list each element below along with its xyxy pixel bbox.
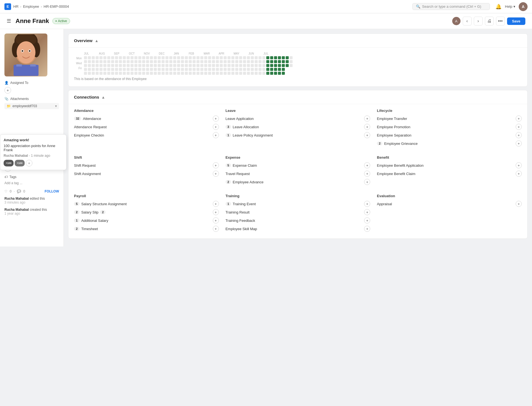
training-add-1[interactable]: + [364, 209, 370, 215]
benefit-add-1[interactable]: + [516, 171, 522, 177]
attendance-add-1[interactable]: + [213, 124, 219, 130]
training-add-2[interactable]: + [364, 217, 370, 223]
connections-header[interactable]: Connections ▲ [68, 90, 527, 104]
save-button[interactable]: Save [507, 17, 525, 25]
expense-label-0[interactable]: Expense Claim [233, 163, 257, 168]
training-item-1: Training Result + [226, 209, 370, 215]
chart-cell [173, 56, 176, 59]
breadcrumb-hr[interactable]: HR [13, 4, 19, 9]
chart-cell [247, 60, 250, 63]
tags-placeholder[interactable]: Add a tag ... [4, 181, 59, 185]
chart-cell [123, 60, 126, 63]
training-add-3[interactable]: + [364, 226, 370, 232]
lifecycle-label-0[interactable]: Employee Transfer [377, 117, 407, 121]
expense-item-0: 5 Expense Claim + [226, 162, 370, 168]
attachment-expand-icon[interactable]: ▾ [55, 104, 57, 108]
leave-add-2[interactable]: + [364, 132, 370, 138]
attendance-label-2[interactable]: Employee Checkin [74, 133, 104, 137]
attendance-label-0[interactable]: Attendance [83, 117, 101, 121]
attendance-add-0[interactable]: + [213, 115, 219, 122]
leave-label-0[interactable]: Leave Application [226, 117, 254, 121]
benefit-add-0[interactable]: + [516, 162, 522, 168]
help-label: Help [505, 4, 512, 9]
expense-add-0[interactable]: + [364, 162, 370, 168]
payroll-add-1[interactable]: + [213, 209, 219, 215]
expense-add-1[interactable]: + [364, 171, 370, 177]
payroll-add-0[interactable]: + [213, 201, 219, 207]
overview-header[interactable]: Overview ▲ [68, 34, 527, 48]
help-menu[interactable]: Help ▾ [505, 4, 515, 9]
hamburger-menu-icon[interactable]: ☰ [7, 18, 11, 24]
expense-add-2[interactable]: + [364, 179, 370, 185]
evaluation-label-0[interactable]: Appraisal [377, 202, 392, 206]
benefit-label-1[interactable]: Employee Benefit Claim [377, 172, 415, 176]
add-assigned-button[interactable]: + [4, 87, 11, 94]
leave-add-1[interactable]: + [364, 124, 370, 130]
lifecycle-add-0[interactable]: + [516, 115, 522, 122]
training-label-2[interactable]: Training Feedback [226, 219, 255, 223]
search-bar[interactable]: 🔍 Search or type a command (Ctrl + G) [412, 3, 490, 10]
leave-label-1[interactable]: Leave Allocation [233, 125, 259, 129]
more-options-button[interactable]: ••• [496, 17, 505, 25]
chart-cell [115, 64, 118, 67]
chart-cell [259, 68, 262, 71]
bell-icon[interactable]: 🔔 [495, 4, 502, 10]
chart-cell [270, 64, 273, 67]
prev-record-button[interactable]: ‹ [463, 17, 472, 25]
breadcrumb-record-id[interactable]: HR-EMP-00004 [44, 4, 69, 9]
lifecycle-label-2[interactable]: Employee Separation [377, 133, 411, 137]
expense-label-1[interactable]: Travel Request [226, 172, 250, 176]
chart-cell [162, 72, 165, 75]
evaluation-add-0[interactable]: + [516, 201, 522, 207]
leave-section: Leave Leave Application + 3 Leave Alloca… [226, 109, 370, 149]
lifecycle-count-3: 2 [377, 142, 382, 145]
print-button[interactable]: 🖨 [485, 17, 494, 25]
training-label-0[interactable]: Training Event [233, 202, 256, 206]
payroll-label-3[interactable]: Timesheet [81, 227, 98, 231]
add-reaction-button[interactable]: + [26, 160, 32, 166]
leave-add-0[interactable]: + [364, 115, 370, 122]
next-record-button[interactable]: › [474, 17, 483, 25]
activity-author-1: Rucha Mahabal [4, 208, 29, 212]
user-avatar[interactable]: A [519, 2, 528, 11]
expense-label-2[interactable]: Employee Advance [233, 180, 264, 184]
benefit-label-0[interactable]: Employee Benefit Application [377, 163, 423, 168]
leave-label-2[interactable]: Leave Policy Assignment [233, 133, 273, 137]
payroll-add-3[interactable]: + [213, 226, 219, 232]
shift-add-1[interactable]: + [213, 171, 219, 177]
payroll-add-2[interactable]: + [213, 217, 219, 223]
chart-cell [251, 56, 254, 59]
attendance-add-2[interactable]: + [213, 132, 219, 138]
attendance-count-0: 32 [74, 117, 81, 120]
chart-week-49 [274, 56, 277, 75]
svg-rect-12 [16, 64, 22, 66]
lifecycle-add-3[interactable]: + [516, 140, 522, 147]
lifecycle-label-1[interactable]: Employee Promotion [377, 125, 410, 129]
chart-cell [107, 56, 110, 59]
chart-week-23 [173, 56, 176, 75]
payroll-label-0[interactable]: Salary Structure Assignment [81, 202, 127, 206]
shift-label-0[interactable]: Shift Request [74, 163, 96, 168]
payroll-label-2[interactable]: Additional Salary [81, 219, 108, 223]
training-label-1[interactable]: Training Result [226, 210, 250, 214]
connections-title: Connections [74, 95, 99, 99]
lifecycle-label-3[interactable]: Employee Grievance [384, 142, 418, 146]
shift-add-0[interactable]: + [213, 162, 219, 168]
tags-section: Tags [4, 175, 59, 179]
training-label-3[interactable]: Employee Skill Map [226, 227, 257, 231]
follow-button[interactable]: FOLLOW [45, 189, 59, 193]
lifecycle-item-2: Employee Separation + [377, 132, 522, 138]
lifecycle-add-1[interactable]: + [516, 124, 522, 130]
chart-cell [204, 56, 207, 59]
training-add-0[interactable]: + [364, 201, 370, 207]
notification-title: Amazing work! [4, 138, 63, 142]
breadcrumb-employee[interactable]: Employee [23, 4, 39, 9]
attendance-label-1[interactable]: Attendance Request [74, 125, 107, 129]
lifecycle-add-2[interactable]: + [516, 132, 522, 138]
attachment-item[interactable]: 📁 employeeddf703 ▾ [4, 103, 59, 109]
shift-label-1[interactable]: Shift Assignment [74, 172, 101, 176]
payroll-label-1[interactable]: Salary Slip [81, 210, 98, 214]
chart-cell [220, 64, 223, 67]
chart-cell [165, 72, 168, 75]
chart-cell [255, 68, 258, 71]
